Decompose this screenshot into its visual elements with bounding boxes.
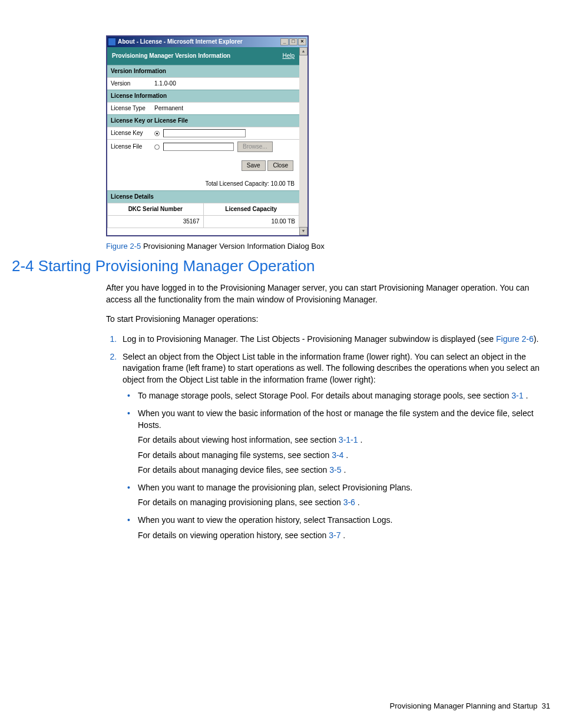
bullet-storage-pools: To manage storage pools, select Storage … [137, 390, 544, 402]
row-version: Version 1.1.0-00 [107, 77, 299, 90]
xref-3-4[interactable]: 3-4 [332, 450, 343, 460]
bullet-list: To manage storage pools, select Storage … [123, 390, 544, 541]
dialog-title: Provisioning Manager Version Information [112, 52, 230, 60]
table-row: 35167 10.00 TB [108, 215, 299, 228]
xref-figure-2-6[interactable]: Figure 2-6 [496, 334, 534, 344]
ie-titlebar: About - License - Microsoft Internet Exp… [107, 37, 308, 47]
section-license-info: License Information [107, 90, 299, 102]
td-serial: 35167 [108, 215, 204, 228]
bullet-3-sub-1-tail: . [355, 498, 360, 507]
label-license-file: License File [111, 143, 154, 151]
xref-3-5[interactable]: 3-5 [329, 465, 341, 475]
section-license-details: License Details [107, 190, 299, 203]
step-1-text-a: Log in to Provisioning Manager. The List… [123, 334, 496, 344]
intro-paragraph: After you have logged in to the Provisio… [106, 282, 544, 305]
bullet-2-sub-1-text: For details about viewing host informati… [138, 435, 339, 444]
xref-3-7[interactable]: 3-7 [329, 531, 340, 540]
dialog-header: Provisioning Manager Version Information… [107, 47, 299, 65]
license-details-table: DKC Serial Number Licensed Capacity 3516… [107, 203, 299, 228]
th-serial: DKC Serial Number [108, 203, 204, 215]
page-footer: Provisioning Manager Planning and Startu… [390, 701, 550, 711]
bullet-transaction-logs: When you want to view the operation hist… [137, 515, 544, 541]
bullet-2-sub-3: For details about managing device files,… [138, 465, 544, 476]
bullet-4-sub-1: For details on viewing operation history… [138, 530, 544, 542]
bullet-2-sub-3-text: For details about managing device files,… [138, 465, 329, 475]
page: About - License - Microsoft Internet Exp… [0, 0, 562, 728]
bullet-3-sub-1-text: For details on managing provisioning pla… [138, 498, 343, 507]
page-number: 31 [542, 701, 550, 710]
bullet-1-tail: . [524, 391, 528, 400]
steps-list: Log in to Provisioning Manager. The List… [104, 334, 544, 541]
dialog-content: Provisioning Manager Version Information… [107, 47, 299, 235]
row-license-file: License File Browse... [107, 139, 299, 154]
input-license-file[interactable] [163, 143, 234, 151]
radio-license-file[interactable] [154, 144, 160, 150]
footer-text: Provisioning Manager Planning and Startu… [390, 701, 538, 710]
bullet-2-sub-2-tail: . [343, 450, 348, 460]
ie-logo-icon [108, 38, 115, 45]
bullet-2-sub-1-tail: . [358, 435, 363, 444]
scroll-track[interactable] [299, 55, 308, 227]
minimize-button[interactable]: _ [280, 38, 289, 45]
browse-button[interactable]: Browse... [237, 141, 273, 152]
bullet-4-sub-1-text: For details on viewing operation history… [138, 531, 329, 540]
help-link[interactable]: Help [282, 52, 295, 60]
figure-caption-text: Provisioning Manager Version Information… [143, 242, 325, 251]
body-block: After you have logged in to the Provisio… [106, 282, 544, 541]
save-button[interactable]: Save [242, 160, 266, 171]
bullet-hosts: When you want to view the basic informat… [137, 408, 544, 476]
dialog-trailer [107, 228, 299, 235]
step-1-text-b: ). [534, 334, 539, 344]
scrollbar[interactable]: ▲ ▼ [299, 47, 308, 235]
xref-3-6[interactable]: 3-6 [343, 498, 355, 507]
bullet-2-sub-2: For details about managing file systems,… [138, 450, 544, 462]
window-title: About - License - Microsoft Internet Exp… [118, 38, 280, 46]
total-capacity-text: Total Licensed Capacity: 10.00 TB [107, 177, 299, 190]
ie-window: About - License - Microsoft Internet Exp… [106, 35, 309, 236]
th-capacity: Licensed Capacity [203, 203, 299, 215]
scroll-down-button[interactable]: ▼ [299, 227, 308, 235]
bullet-2-sub-1: For details about viewing host informati… [138, 434, 544, 446]
bullet-4-sub-1-tail: . [340, 531, 345, 540]
label-version: Version [111, 80, 154, 88]
value-version: 1.1.0-00 [154, 80, 296, 88]
bullet-1-text: To manage storage pools, select Storage … [138, 391, 511, 400]
scroll-up-button[interactable]: ▲ [299, 47, 308, 55]
close-window-button[interactable]: × [298, 38, 306, 45]
xref-3-1-1[interactable]: 3-1-1 [339, 435, 358, 444]
bullet-4-text: When you want to view the operation hist… [138, 515, 392, 525]
lead-paragraph: To start Provisioning Manager operations… [106, 314, 544, 325]
bullet-2-text: When you want to view the basic informat… [138, 409, 534, 430]
close-button[interactable]: Close [267, 160, 293, 171]
row-license-key: License Key [107, 127, 299, 139]
step-2-text: Select an object from the Object List ta… [123, 352, 540, 384]
maximize-button[interactable]: □ [289, 38, 297, 45]
input-license-key[interactable] [163, 129, 246, 137]
label-license-key: License Key [111, 129, 154, 137]
bullet-2-sub-2-text: For details about managing file systems,… [138, 450, 332, 460]
table-header-row: DKC Serial Number Licensed Capacity [108, 203, 299, 215]
radio-license-key[interactable] [154, 131, 160, 136]
section-key-file: License Key or License File [107, 114, 299, 127]
row-license-type: License Type Permanent [107, 102, 299, 114]
bullet-3-text: When you want to manage the provisioning… [138, 483, 412, 492]
bullet-3-sub-1: For details on managing provisioning pla… [138, 497, 544, 509]
step-1: Log in to Provisioning Manager. The List… [119, 334, 544, 345]
section-heading: 2-4 Starting Provisioning Manager Operat… [12, 255, 550, 276]
bullet-provisioning-plans: When you want to manage the provisioning… [137, 482, 544, 509]
section-version-info: Version Information [107, 65, 299, 77]
ie-client-area: Provisioning Manager Version Information… [107, 47, 308, 235]
label-license-type: License Type [111, 104, 154, 113]
step-2: Select an object from the Object List ta… [119, 351, 544, 542]
button-row: Save Close [107, 154, 299, 177]
figure-caption: Figure 2-5 Provisioning Manager Version … [106, 241, 550, 252]
figure-label: Figure 2-5 [106, 242, 143, 251]
value-license-type: Permanent [154, 104, 296, 113]
td-capacity: 10.00 TB [203, 215, 299, 228]
bullet-2-sub-3-tail: . [342, 465, 346, 475]
xref-3-1[interactable]: 3-1 [511, 391, 523, 400]
